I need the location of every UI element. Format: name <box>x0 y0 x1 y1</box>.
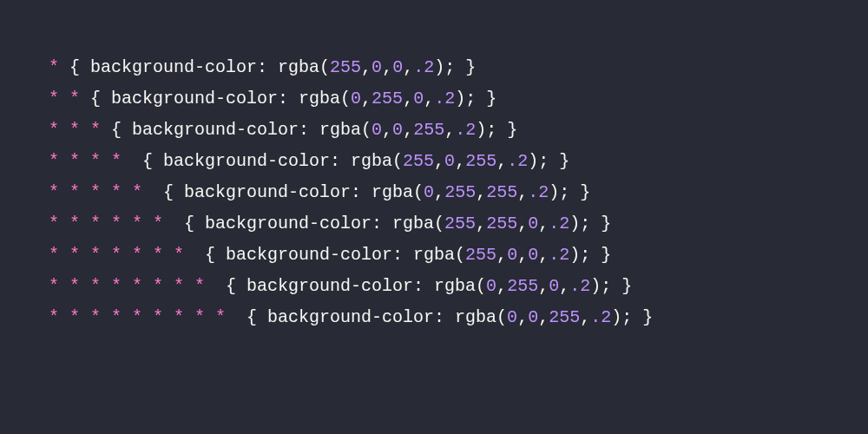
comma: , <box>476 208 486 240</box>
comma: , <box>496 271 507 302</box>
comma: , <box>403 115 413 146</box>
selector: * * * <box>49 115 101 146</box>
rule-open: { background-color: rgba( <box>215 271 486 302</box>
rule-close: ); } <box>569 240 611 271</box>
comma: , <box>538 240 549 271</box>
rule-close: ); } <box>455 83 496 115</box>
code-line: * * * * * * * * * { background-color: rg… <box>49 302 819 333</box>
number: 255 <box>507 271 538 302</box>
comma: , <box>361 52 372 83</box>
number: 0 <box>507 240 517 271</box>
selector: * <box>49 52 59 83</box>
comma: , <box>496 146 507 177</box>
number: 255 <box>486 208 517 240</box>
comma: , <box>538 302 549 333</box>
comma: , <box>434 177 444 208</box>
number: 0 <box>392 52 403 83</box>
number: 255 <box>372 83 403 115</box>
number: 255 <box>413 115 444 146</box>
number: 0 <box>392 115 403 146</box>
number: .2 <box>569 271 590 302</box>
comma: , <box>382 115 392 146</box>
number: 0 <box>351 83 361 115</box>
code-line: * * * { background-color: rgba(0,0,255,.… <box>49 115 819 146</box>
number: 0 <box>528 208 538 240</box>
number: 255 <box>465 240 496 271</box>
rule-close: ); } <box>569 208 611 240</box>
comma: , <box>559 271 569 302</box>
number: 0 <box>486 271 496 302</box>
rule-open: { background-color: rgba( <box>174 208 444 240</box>
number: .2 <box>413 52 434 83</box>
selector: * * * * <box>49 146 132 177</box>
number: 0 <box>372 115 382 146</box>
number: 0 <box>413 83 424 115</box>
rule-open: { background-color: rgba( <box>59 52 330 83</box>
rule-close: ); } <box>549 177 590 208</box>
number: 255 <box>444 177 476 208</box>
comma: , <box>434 146 444 177</box>
rule-open: { background-color: rgba( <box>101 115 372 146</box>
number: 0 <box>444 146 455 177</box>
rule-close: ); } <box>611 302 653 333</box>
rule-open: { background-color: rgba( <box>80 83 351 115</box>
number: 0 <box>507 302 517 333</box>
number: .2 <box>434 83 455 115</box>
number: 0 <box>372 52 382 83</box>
comma: , <box>517 177 528 208</box>
comma: , <box>382 52 392 83</box>
number: 0 <box>528 240 538 271</box>
number: 255 <box>330 52 361 83</box>
comma: , <box>444 115 455 146</box>
code-line: * * * * * { background-color: rgba(0,255… <box>49 177 819 208</box>
comma: , <box>538 271 549 302</box>
number: 255 <box>549 302 580 333</box>
comma: , <box>517 208 528 240</box>
selector: * * * * * * * <box>49 240 194 271</box>
number: .2 <box>455 115 476 146</box>
number: .2 <box>549 208 569 240</box>
comma: , <box>361 83 372 115</box>
comma: , <box>580 302 590 333</box>
rule-close: ); } <box>434 52 476 83</box>
comma: , <box>403 52 413 83</box>
number: 255 <box>403 146 434 177</box>
code-line: * * * * * * * * { background-color: rgba… <box>49 271 819 302</box>
comma: , <box>496 240 507 271</box>
code-line: * * * * { background-color: rgba(255,0,2… <box>49 146 819 177</box>
code-line: * { background-color: rgba(255,0,0,.2); … <box>49 52 819 83</box>
rule-close: ); } <box>590 271 632 302</box>
number: .2 <box>507 146 528 177</box>
rule-close: ); } <box>528 146 569 177</box>
selector: * * * * * * * * <box>49 271 215 302</box>
number: 255 <box>465 146 496 177</box>
number: .2 <box>528 177 549 208</box>
number: 0 <box>424 177 434 208</box>
rule-close: ); } <box>476 115 517 146</box>
rule-open: { background-color: rgba( <box>194 240 465 271</box>
comma: , <box>538 208 549 240</box>
selector: * * * * * <box>49 177 153 208</box>
selector: * * * * * * * * * <box>49 302 236 333</box>
selector: * * <box>49 83 80 115</box>
comma: , <box>476 177 486 208</box>
comma: , <box>517 240 528 271</box>
code-block: * { background-color: rgba(255,0,0,.2); … <box>0 0 868 385</box>
comma: , <box>455 146 465 177</box>
number: 255 <box>486 177 517 208</box>
selector: * * * * * * <box>49 208 174 240</box>
comma: , <box>517 302 528 333</box>
code-line: * * * * * * { background-color: rgba(255… <box>49 208 819 240</box>
code-line: * * * * * * * { background-color: rgba(2… <box>49 240 819 271</box>
comma: , <box>424 83 434 115</box>
code-line: * * { background-color: rgba(0,255,0,.2)… <box>49 83 819 115</box>
rule-open: { background-color: rgba( <box>153 177 424 208</box>
number: 0 <box>528 302 538 333</box>
number: .2 <box>549 240 569 271</box>
number: 255 <box>444 208 476 240</box>
rule-open: { background-color: rgba( <box>236 302 507 333</box>
comma: , <box>403 83 413 115</box>
number: .2 <box>590 302 611 333</box>
rule-open: { background-color: rgba( <box>132 146 403 177</box>
number: 0 <box>549 271 559 302</box>
